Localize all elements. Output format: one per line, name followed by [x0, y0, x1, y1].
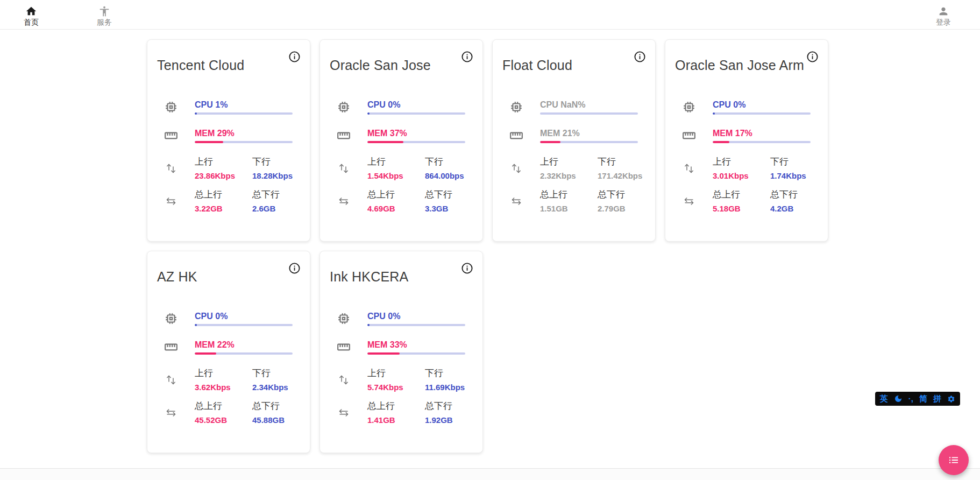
swap-vertical-icon	[333, 373, 354, 386]
cpu-usage-label: CPU NaN%	[540, 99, 638, 110]
total-download-value: 2.6GB	[252, 203, 293, 214]
server-list-fab[interactable]	[939, 445, 969, 475]
cpu-row: CPU 0%	[678, 99, 811, 115]
server-name: Tencent Cloud	[147, 40, 310, 73]
server-card: Float Cloud CPU NaN%	[492, 39, 656, 242]
mem-row: MEM 29%	[160, 128, 293, 143]
swap-horizontal-icon	[160, 195, 182, 208]
download-speed: 2.34Kbps	[252, 382, 293, 392]
ime-punctuation-indicator[interactable]: ·,	[908, 392, 913, 406]
cpu-progress-fill	[367, 112, 370, 115]
download-speed: 1.74Kbps	[770, 171, 811, 181]
total-row: 总上行1.41GB 总下行1.92GB	[333, 400, 465, 425]
swap-vertical-icon	[506, 162, 527, 175]
speed-row: 上行3.62Kbps 下行2.34Kbps	[160, 368, 293, 392]
nav-item-services[interactable]: 服务	[87, 3, 122, 26]
total-download-value: 4.2GB	[770, 203, 811, 214]
cpu-row: CPU 0%	[160, 310, 293, 326]
total-upload-value: 1.51GB	[540, 203, 598, 214]
ime-settings-gear-icon[interactable]	[947, 395, 955, 403]
download-label: 下行	[770, 156, 811, 167]
mem-usage-label: MEM 29%	[195, 128, 293, 139]
info-icon[interactable]	[288, 262, 301, 274]
total-upload-label: 总上行	[195, 400, 252, 412]
info-icon[interactable]	[806, 51, 819, 63]
download-speed: 171.42Kbps	[598, 171, 642, 181]
swap-vertical-icon	[160, 373, 182, 386]
speed-row: 上行3.01Kbps 下行1.74Kbps	[678, 156, 811, 181]
ime-language-indicator[interactable]: 英	[880, 392, 888, 406]
total-upload-value: 3.22GB	[195, 203, 252, 214]
memory-ruler-icon	[160, 340, 182, 354]
speed-row: 上行2.32Kbps 下行171.42Kbps	[506, 156, 638, 181]
total-upload-value: 1.41GB	[367, 415, 425, 425]
cpu-chip-icon	[333, 100, 354, 114]
info-icon[interactable]	[288, 51, 301, 63]
info-icon[interactable]	[634, 51, 646, 63]
total-upload-value: 45.52GB	[195, 415, 252, 425]
download-speed: 18.28Kbps	[252, 171, 293, 181]
cpu-chip-icon	[506, 100, 527, 114]
download-label: 下行	[252, 368, 293, 379]
cpu-row: CPU 0%	[333, 310, 465, 326]
swap-horizontal-icon	[678, 195, 700, 208]
upload-speed: 3.62Kbps	[195, 382, 252, 392]
speed-row: 上行5.74Kbps 下行11.69Kbps	[333, 368, 465, 392]
swap-vertical-icon	[333, 162, 354, 175]
total-upload-value: 5.18GB	[713, 203, 770, 214]
cpu-row: CPU 0%	[333, 99, 465, 115]
upload-speed: 3.01Kbps	[713, 171, 770, 181]
info-icon[interactable]	[461, 51, 473, 63]
cpu-usage-label: CPU 0%	[367, 310, 465, 322]
server-card: Ink HKCERA CPU 0%	[319, 251, 483, 453]
memory-ruler-icon	[678, 129, 700, 143]
upload-speed: 1.54Kbps	[367, 171, 425, 181]
ime-simplified-indicator[interactable]: 简	[919, 392, 927, 406]
mem-usage-label: MEM 21%	[540, 128, 638, 139]
cpu-progress-bar	[367, 324, 465, 326]
nav-item-login[interactable]: 登录	[926, 3, 961, 26]
swap-vertical-icon	[678, 162, 700, 175]
upload-speed: 23.86Kbps	[195, 171, 252, 181]
mem-progress-bar	[195, 352, 293, 355]
server-card-grid: Tencent Cloud CPU 1%	[147, 39, 846, 453]
cpu-progress-fill	[713, 112, 715, 115]
info-icon[interactable]	[461, 262, 473, 274]
swap-horizontal-icon	[333, 195, 354, 208]
main-content: Tencent Cloud CPU 1%	[0, 30, 980, 453]
nav-item-label: 首页	[24, 18, 39, 26]
server-card: Tencent Cloud CPU 1%	[147, 39, 310, 242]
swap-horizontal-icon	[506, 195, 527, 208]
mem-progress-fill	[367, 352, 400, 355]
ime-moon-icon[interactable]	[894, 394, 903, 403]
cpu-chip-icon	[333, 312, 354, 326]
total-upload-label: 总上行	[195, 189, 252, 200]
cpu-chip-icon	[160, 100, 182, 114]
speed-row: 上行23.86Kbps 下行18.28Kbps	[160, 156, 293, 181]
nav-item-label: 登录	[936, 18, 951, 26]
nav-item-home[interactable]: 首页	[14, 3, 48, 26]
download-label: 下行	[252, 156, 293, 167]
mem-row: MEM 17%	[678, 128, 811, 143]
upload-label: 上行	[367, 368, 425, 379]
total-download-label: 总下行	[770, 189, 811, 200]
accessibility-icon	[98, 5, 110, 17]
total-row: 总上行3.22GB 总下行2.6GB	[160, 189, 293, 214]
memory-ruler-icon	[160, 129, 182, 143]
memory-ruler-icon	[333, 340, 354, 354]
ime-pinyin-indicator[interactable]: 拼	[933, 392, 941, 406]
total-download-label: 总下行	[425, 400, 465, 412]
mem-progress-bar	[367, 352, 465, 355]
swap-horizontal-icon	[160, 406, 182, 419]
cpu-progress-bar	[540, 112, 638, 115]
swap-vertical-icon	[160, 162, 182, 175]
total-upload-label: 总上行	[540, 189, 598, 200]
speed-row: 上行1.54Kbps 下行864.00bps	[333, 156, 465, 181]
cpu-row: CPU 1%	[160, 99, 293, 115]
total-download-label: 总下行	[252, 400, 293, 412]
person-icon	[938, 5, 949, 17]
cpu-usage-label: CPU 0%	[367, 99, 465, 110]
mem-progress-bar	[195, 141, 293, 143]
cpu-progress-bar	[195, 324, 293, 326]
mem-usage-label: MEM 22%	[195, 339, 293, 350]
